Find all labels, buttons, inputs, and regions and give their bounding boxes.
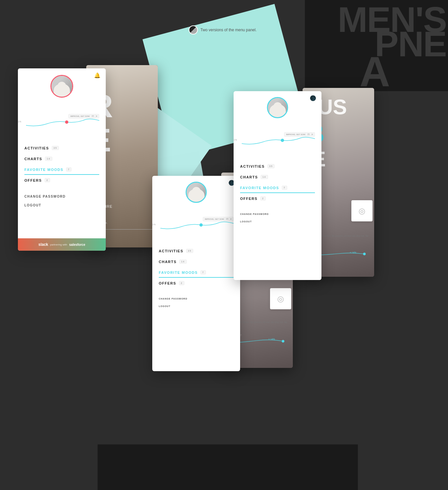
panel-1: 🔔 1% IMPROVE, GET SOME CALM! 35 ACTIVITI… <box>18 68 106 251</box>
activities-badge-2: 35 <box>186 249 194 253</box>
menu-item-offers-1[interactable]: OFFERS 2 <box>24 175 99 186</box>
head-3 <box>273 102 282 111</box>
avatar-3 <box>267 97 288 118</box>
menu-item-moods-2[interactable]: FAVORITE MOODS 7 <box>159 267 234 278</box>
badge-35-3: 35 <box>305 132 312 136</box>
menu-divider-3 <box>240 204 315 210</box>
panel3-menu: ACTIVITIES 35 CHARTS 14 FAVORITE MOODS 7… <box>234 158 321 228</box>
svg-point-1 <box>199 223 203 227</box>
panel2-menu: ACTIVITIES 35 CHARTS 14 FAVORITE MOODS 7… <box>152 243 240 313</box>
offers-badge-3: 2 <box>260 196 266 201</box>
caption-icon <box>189 25 198 35</box>
slack-banner: slack partnering with salesforce <box>18 238 106 251</box>
avatar-2 <box>186 182 207 203</box>
activities-label-1: ACTIVITIES <box>24 146 49 150</box>
salesforce-logo: salesforce <box>69 243 85 246</box>
menu-item-activities-3[interactable]: ACTIVITIES 35 <box>240 161 315 172</box>
moods-badge-3: 7 <box>282 186 287 190</box>
charts-label-1: CHARTS <box>24 157 42 161</box>
menu-divider-2 <box>159 288 234 295</box>
offers-label-3: OFFERS <box>240 197 258 201</box>
charts-badge-3: 14 <box>261 175 268 179</box>
charts-label-2: CHARTS <box>159 260 177 264</box>
panel2-chart: 1% IMPROVE, GET SOME CALM! 35 <box>152 217 240 243</box>
password-label-3: CHANGE PASSWORD <box>240 213 269 215</box>
menu-item-offers-2[interactable]: OFFERS 2 <box>159 278 234 288</box>
activities-label-2: ACTIVITIES <box>159 249 183 253</box>
avatar-1 <box>50 75 73 98</box>
menu-item-activities-2[interactable]: ACTIVITIES 35 <box>159 245 234 256</box>
menu-item-offers-3[interactable]: OFFERS 2 <box>240 193 315 204</box>
avatar-inner-3 <box>268 98 287 117</box>
avatar-img-1 <box>51 76 72 97</box>
panel2-header: 🌑 <box>152 176 240 205</box>
bg-text-a: A <box>360 50 389 93</box>
menu-item-moods-3[interactable]: FAVORITE MOODS 7 <box>240 182 315 193</box>
svg-text:+ 14%: + 14% <box>350 251 356 254</box>
menu-item-moods-1[interactable]: FAVORITE MOODS 7 <box>24 164 99 175</box>
moods-label-3: FAVORITE MOODS <box>240 186 279 190</box>
password-label-1: CHANGE PASSWORD <box>24 195 66 198</box>
svg-point-0 <box>65 120 68 124</box>
panel-3: 🌑 1% IMPROVE, GET SOME CALM! 35 ACTIVITI… <box>234 91 321 280</box>
menu-item-password-3[interactable]: CHANGE PASSWORD <box>240 210 315 218</box>
menu-item-charts-2[interactable]: CHARTS 14 <box>159 256 234 267</box>
password-label-2: CHANGE PASSWORD <box>159 298 187 300</box>
logout-label-3: LOGOUT <box>240 220 252 223</box>
menu-item-password-2[interactable]: CHANGE PASSWORD <box>159 295 234 302</box>
bell-icon[interactable]: 🔔 <box>94 72 101 78</box>
panel-2: 🌑 1% IMPROVE, GET SOME CALM! 35 ACTIVITI… <box>152 176 240 371</box>
slack-logo: slack <box>38 242 48 247</box>
menu-item-logout-3[interactable]: LOGOUT <box>240 218 315 225</box>
caption-text: Two versions of the menu panel. <box>200 28 257 32</box>
bg-dark-bottom <box>98 444 358 490</box>
slack-sublabel: partnering with <box>50 243 67 246</box>
fingerprint-icon-3: ◎ <box>359 206 365 216</box>
offers-label-2: OFFERS <box>159 281 176 285</box>
charts-badge-1: 14 <box>45 157 52 161</box>
svg-point-6 <box>363 253 366 255</box>
svg-point-5 <box>281 139 284 142</box>
panel3-chart: 1% IMPROVE, GET SOME CALM! 35 <box>234 132 321 158</box>
chart-label-left-1: 1% <box>18 120 21 123</box>
offers-label-1: OFFERS <box>24 178 42 182</box>
badge-35-1: 35 <box>89 114 96 118</box>
menu-item-activities-1[interactable]: ACTIVITIES 35 <box>24 143 99 153</box>
head-2 <box>192 187 200 195</box>
menu-item-password-1[interactable]: CHANGE PASSWORD <box>24 192 99 201</box>
menu-item-charts-1[interactable]: CHARTS 14 <box>24 153 99 164</box>
menu-item-charts-3[interactable]: CHARTS 14 <box>240 172 315 182</box>
charts-badge-2: 14 <box>179 259 187 264</box>
moods-badge-2: 7 <box>200 270 206 274</box>
moon-icon-3: 🌑 <box>310 95 316 101</box>
logout-label-2: LOGOUT <box>159 305 170 307</box>
activities-badge-3: 35 <box>267 164 275 168</box>
svg-text:+ 14%: + 14% <box>268 338 275 340</box>
fingerprint-icon-2: ◎ <box>277 294 284 303</box>
activities-label-3: ACTIVITIES <box>240 164 265 168</box>
panel1-menu: ACTIVITIES 35 CHARTS 14 FAVORITE MOODS 7… <box>18 140 106 212</box>
panel1-header: 🔔 <box>18 68 106 101</box>
moods-badge-1: 7 <box>66 167 72 172</box>
menu-item-logout-1[interactable]: LOGOUT <box>24 201 99 210</box>
offers-badge-1: 2 <box>45 178 50 182</box>
menu-item-logout-2[interactable]: LOGOUT <box>159 302 234 310</box>
panel1-chart: 1% IMPROVE, GET SOME CALM! 35 <box>18 114 106 140</box>
head-1 <box>58 82 66 90</box>
charts-label-3: CHARTS <box>240 175 258 179</box>
panel3-header: 🌑 <box>234 91 321 120</box>
chart-label-left-3: 1% <box>234 139 237 141</box>
caption-area: Two versions of the menu panel. <box>189 25 257 35</box>
activities-badge-1: 35 <box>52 146 59 150</box>
content-card-2: ◎ <box>270 288 291 309</box>
moods-label-1: FAVORITE MOODS <box>24 168 63 172</box>
menu-divider-1 <box>24 186 99 192</box>
svg-point-2 <box>282 340 284 343</box>
content-card-3: ◎ <box>351 200 373 221</box>
logout-label-1: LOGOUT <box>24 203 41 207</box>
badge-35-2: 35 <box>224 217 230 221</box>
chart-label-left-2: 1% <box>152 223 156 226</box>
avatar-inner-2 <box>187 183 206 202</box>
moods-label-2: FAVORITE MOODS <box>159 271 198 274</box>
offers-badge-2: 2 <box>179 281 184 285</box>
